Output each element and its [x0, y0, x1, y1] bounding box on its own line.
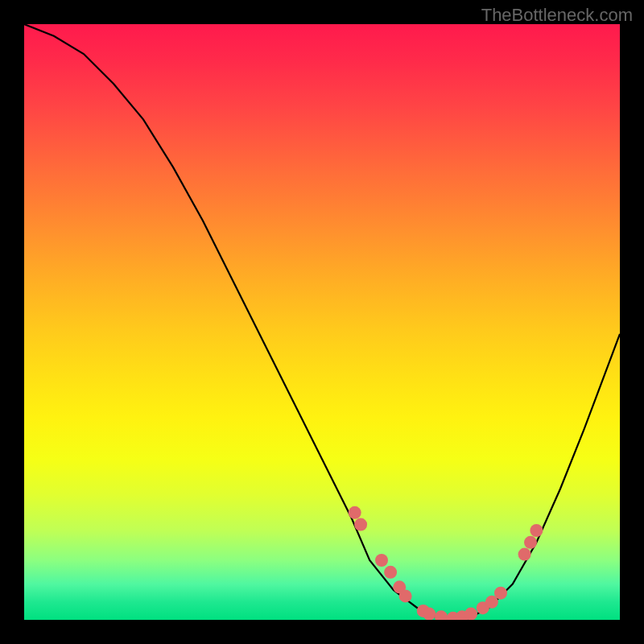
curve-marker [375, 554, 388, 567]
curve-marker [494, 587, 507, 600]
curve-marker [354, 518, 367, 531]
curve-marker [384, 566, 397, 579]
curve-marker [464, 608, 477, 620]
curve-marker [423, 608, 436, 620]
curve-marker [530, 524, 543, 537]
chart-svg [24, 24, 620, 620]
watermark-text: TheBottleneck.com [481, 5, 633, 26]
curve-marker [399, 589, 412, 602]
chart-plot-area [24, 24, 620, 620]
curve-marker [349, 506, 361, 519]
curve-markers [349, 506, 543, 620]
curve-marker [435, 610, 448, 620]
curve-marker [524, 536, 537, 549]
curve-marker [518, 548, 531, 561]
